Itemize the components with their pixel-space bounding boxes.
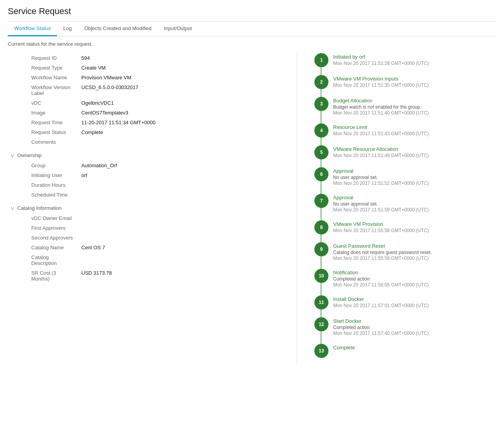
field-label: Catalog Name [8, 243, 78, 252]
list-item: 13 Complete [314, 344, 496, 358]
field-value: CentOS7Templatev3 [78, 108, 289, 118]
field-value [78, 252, 289, 268]
timeline-time: Mon Nov 20 2017 11:51:35 GMT+0000 (UTC) [333, 82, 496, 88]
timeline-title[interactable]: Approval [333, 168, 496, 174]
timeline-time: Mon Nov 20 2017 11:57:40 GMT+0000 (UTC) [333, 331, 496, 336]
timeline-content: VMware VM Provision Inputs Mon Nov 20 20… [333, 75, 496, 88]
timeline-title[interactable]: VMware VM Provision Inputs [333, 76, 496, 82]
field-label: vDC [8, 98, 78, 108]
timeline-bubble: 11 [314, 295, 328, 309]
timeline-title[interactable]: Approval [333, 195, 496, 200]
field-label: Scheduled Time [8, 190, 78, 200]
timeline-bubble: 2 [314, 75, 328, 89]
field-label: Comments [8, 137, 78, 147]
timeline-time: Mon Nov 20 2017 11:55:58 GMT+0000 (UTC) [333, 228, 496, 233]
field-value: Cent OS 7 [78, 243, 289, 252]
table-row: Initiating User orf [8, 170, 289, 180]
field-value [78, 223, 289, 233]
field-value: OgelbricVDC1 [78, 98, 289, 108]
timeline-content: Start Docker Completed action Mon Nov 20… [333, 317, 496, 336]
timeline-title[interactable]: Start Docker [333, 318, 496, 324]
table-row: Request Time 11-20-2017 11:51:34 GMT+000… [8, 118, 289, 127]
field-value: Complete [78, 127, 289, 137]
field-value: Automation_Orf [78, 161, 289, 170]
timeline-content: Budget Allocation Budget watch is not en… [333, 97, 496, 116]
tab-input-output[interactable]: Input/Output [158, 21, 198, 36]
ownership-section-header[interactable]: ⋁ Ownership [8, 150, 289, 161]
list-item: 3 Budget Allocation Budget watch is not … [314, 97, 496, 116]
table-row: Catalog Description [8, 252, 289, 268]
tab-log[interactable]: Log [57, 21, 78, 36]
catalog-section-header[interactable]: ⋁ Catalog Information [8, 203, 289, 213]
field-value: 594 [78, 53, 289, 63]
table-row: Scheduled Time [8, 190, 289, 200]
ownership-section-label: Ownership [17, 152, 41, 158]
table-row: Request ID 594 [8, 53, 289, 63]
tab-objects-created[interactable]: Objects Created and Modified [78, 21, 158, 36]
timeline: 1 Initiated by orf Mon Nov 20 2017 11:51… [307, 53, 496, 358]
timeline-title[interactable]: Resource Limit [333, 124, 496, 130]
timeline-title[interactable]: VMware Resource Allocation [333, 146, 496, 152]
field-label: Duration Hours [8, 180, 78, 190]
timeline-bubble: 1 [314, 53, 328, 67]
timeline-subtitle: Completed action [333, 276, 496, 282]
table-row: Request Status Complete [8, 127, 289, 137]
tab-workflow-status[interactable]: Workflow Status [8, 21, 57, 36]
field-label: Workflow Name [8, 73, 78, 82]
field-value: 11-20-2017 11:51:34 GMT+0000 [78, 118, 289, 127]
field-value [78, 180, 289, 190]
field-label: SR Cost (3 Months) [8, 268, 78, 284]
list-item: 2 VMware VM Provision Inputs Mon Nov 20 … [314, 75, 496, 89]
field-label: Second Approvers [8, 233, 78, 243]
table-row: Second Approvers [8, 233, 289, 243]
timeline-title[interactable]: Notification [333, 270, 496, 275]
timeline-bubble: 8 [314, 220, 328, 234]
list-item: 8 VMware VM Provision Mon Nov 20 2017 11… [314, 220, 496, 234]
list-item: 10 Notification Completed action Mon Nov… [314, 269, 496, 288]
timeline-bubble: 7 [314, 194, 328, 208]
timeline-content: Complete [333, 344, 496, 351]
timeline-time: Mon Nov 20 2017 11:51:43 GMT+0000 (UTC) [333, 131, 496, 136]
left-panel: Request ID 594 Request Type Create VM Wo… [8, 53, 297, 366]
timeline-content: VMware Resource Allocation Mon Nov 20 20… [333, 145, 496, 158]
catalog-chevron-icon: ⋁ [11, 206, 14, 210]
field-label: Initiating User [8, 170, 78, 180]
table-row: Comments [8, 137, 289, 147]
timeline-time: Mon Nov 20 2017 11:51:59 GMT+0000 (UTC) [333, 207, 496, 213]
timeline-title[interactable]: Install Docker [333, 296, 496, 302]
timeline-bubble: 6 [314, 167, 328, 181]
page-title: Service Request [8, 6, 496, 21]
table-row: vDC OgelbricVDC1 [8, 98, 289, 108]
timeline-title[interactable]: Initiated by orf [333, 54, 496, 60]
ownership-chevron-icon: ⋁ [11, 153, 14, 157]
timeline-bubble: 3 [314, 97, 328, 111]
field-value: Provision VMware VM [78, 73, 289, 82]
timeline-subtitle: No user approval set. [333, 201, 496, 207]
tabs-bar: Workflow Status Log Objects Created and … [8, 21, 496, 36]
table-row: Request Type Create VM [8, 63, 289, 73]
table-row: Image CentOS7Templatev3 [8, 108, 289, 118]
timeline-time: Mon Nov 20 2017 11:51:28 GMT+0000 (UTC) [333, 61, 496, 66]
timeline-title[interactable]: Guest Password Reset [333, 243, 496, 249]
timeline-title[interactable]: Budget Allocation [333, 98, 496, 104]
timeline-time: Mon Nov 20 2017 11:51:40 GMT+0000 (UTC) [333, 110, 496, 116]
timeline-content: Resource Limit Mon Nov 20 2017 11:51:43 … [333, 123, 496, 136]
field-label: Catalog Description [8, 252, 78, 268]
timeline-subtitle: Completed action [333, 325, 496, 330]
field-value: USD 3173.78 [78, 268, 289, 284]
list-item: 4 Resource Limit Mon Nov 20 2017 11:51:4… [314, 123, 496, 138]
timeline-bubble: 13 [314, 344, 328, 358]
timeline-content: Approval No user approval set. Mon Nov 2… [333, 194, 496, 213]
timeline-content: Initiated by orf Mon Nov 20 2017 11:51:2… [333, 53, 496, 66]
timeline-time: Mon Nov 20 2017 11:51:49 GMT+0000 (UTC) [333, 153, 496, 158]
timeline-title[interactable]: VMware VM Provision [333, 221, 496, 227]
list-item: 5 VMware Resource Allocation Mon Nov 20 … [314, 145, 496, 159]
field-value: orf [78, 170, 289, 180]
field-label: Workflow Version Label [8, 82, 78, 98]
field-label: Request Status [8, 127, 78, 137]
field-label: Request ID [8, 53, 78, 63]
field-value: UCSD_6.5.0.0-03032017 [78, 82, 289, 98]
timeline-bubble: 10 [314, 269, 328, 283]
timeline-title[interactable]: Complete [333, 345, 496, 350]
table-row: SR Cost (3 Months) USD 3173.78 [8, 268, 289, 284]
